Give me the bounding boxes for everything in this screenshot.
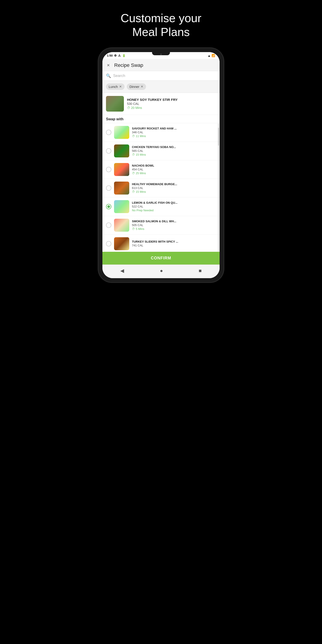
- filter-chip-lunch[interactable]: Lunch ✕: [106, 84, 124, 90]
- recipe-info-1: SAVOURY ROCKET AND HAM ... 346 CAL ⏱ 11 …: [132, 127, 216, 138]
- recipe-info-5: LEMON & GARLIC FISH ON QU... 522 CAL No …: [132, 201, 216, 212]
- search-icon: 🔍: [106, 73, 111, 78]
- recipe-info-7: TURKEY SLIDERS WITH SPICY ... 741 CAL: [132, 240, 216, 248]
- recipe-name-1: SAVOURY ROCKET AND HAM ...: [132, 127, 216, 130]
- clock-icon-3: ⏱: [132, 172, 135, 175]
- recipe-time-6: ⏱ 5 Mins: [132, 227, 216, 230]
- scrollbar-thumb[interactable]: [218, 128, 219, 146]
- list-item[interactable]: NACHOS BOWL 454 CAL ⏱ 25 Mins: [102, 160, 220, 179]
- current-recipe-time-value: 20 Mins: [131, 106, 142, 110]
- camera-dot: [160, 54, 162, 55]
- recipe-time-4: ⏱ 15 Mins: [132, 190, 216, 194]
- recipe-cal-4: 613 CAL: [132, 186, 216, 190]
- radio-button-4[interactable]: [106, 185, 111, 191]
- clock-icon-2: ⏱: [132, 153, 135, 156]
- current-recipe-calories: 530 CAL: [127, 102, 216, 106]
- current-recipe-thumbnail: [106, 96, 124, 112]
- filter-chip-dinner[interactable]: Dinner ✕: [127, 84, 146, 90]
- recipe-thumbnail-4: [114, 182, 129, 194]
- recipes-list: SAVOURY ROCKET AND HAM ... 346 CAL ⏱ 11 …: [102, 123, 220, 252]
- status-right: ▲ 📶: [208, 54, 215, 58]
- list-item[interactable]: LEMON & GARLIC FISH ON QU... 522 CAL No …: [102, 198, 220, 216]
- list-item[interactable]: SAVOURY ROCKET AND HAM ... 346 CAL ⏱ 11 …: [102, 123, 220, 142]
- recipe-time-value-1: 11 Mins: [136, 134, 146, 138]
- recipe-info-2: CHICKEN TERIYAKI SOBA NO... 565 CAL ⏱ 15…: [132, 145, 216, 156]
- radio-selected-indicator: [107, 205, 110, 208]
- recipe-thumbnail-2: [114, 144, 129, 158]
- radio-button-6[interactable]: [106, 222, 111, 228]
- recipe-time-2: ⏱ 15 Mins: [132, 153, 216, 156]
- recipe-name-4: HEALTHY HOMEMADE BURGE...: [132, 182, 216, 186]
- clock-icon: ⏱: [127, 106, 130, 110]
- home-button[interactable]: ●: [160, 268, 163, 274]
- swap-label: Swap with: [102, 115, 220, 123]
- recipe-name-3: NACHOS BOWL: [132, 164, 216, 167]
- radio-button-1[interactable]: [106, 130, 111, 135]
- wifi-icon: ▲: [208, 54, 211, 58]
- recipe-cal-1: 346 CAL: [132, 130, 216, 134]
- search-bar[interactable]: 🔍 Search: [102, 71, 220, 81]
- phone-frame: 1:50 ⚙ ⚠ 🔋 ▲ 📶 × Recipe Swap 🔍 Search: [98, 48, 224, 282]
- radio-button-3[interactable]: [106, 167, 111, 172]
- current-recipe-time: ⏱ 20 Mins: [127, 106, 216, 110]
- radio-button-5[interactable]: [106, 204, 111, 209]
- current-recipe-info: HONEY SOY TURKEY STIR FRY 530 CAL ⏱ 20 M…: [127, 98, 216, 110]
- list-item[interactable]: TURKEY SLIDERS WITH SPICY ... 741 CAL: [102, 234, 220, 252]
- clock-icon-1: ⏱: [132, 134, 135, 138]
- recipe-thumbnail-6: [114, 219, 129, 232]
- close-button[interactable]: ×: [107, 63, 110, 68]
- status-bar: 1:50 ⚙ ⚠ 🔋 ▲ 📶: [102, 52, 220, 59]
- search-input[interactable]: Search: [113, 74, 125, 78]
- header: × Recipe Swap: [102, 59, 220, 71]
- header-title: Recipe Swap: [114, 62, 143, 68]
- phone-notch: [152, 52, 170, 55]
- recipe-cal-3: 454 CAL: [132, 168, 216, 171]
- recipe-thumbnail-7: [114, 237, 129, 250]
- clock-icon-4: ⏱: [132, 190, 135, 194]
- recipe-time-value-4: 15 Mins: [136, 190, 146, 194]
- recipe-cal-5: 522 CAL: [132, 205, 216, 208]
- recipe-name-5: LEMON & GARLIC FISH ON QU...: [132, 201, 216, 204]
- recipe-time-5: No Prep Needed: [132, 209, 216, 212]
- recipe-name-7: TURKEY SLIDERS WITH SPICY ...: [132, 240, 216, 243]
- recipe-thumbnail-1: [114, 126, 129, 139]
- recipe-thumbnail-5: [114, 200, 129, 213]
- recipe-cal-7: 741 CAL: [132, 244, 216, 247]
- chip-lunch-remove[interactable]: ✕: [119, 85, 122, 88]
- filter-chips: Lunch ✕ Dinner ✕: [102, 81, 220, 93]
- chip-lunch-label: Lunch: [109, 85, 118, 88]
- chip-dinner-remove[interactable]: ✕: [141, 85, 143, 88]
- back-button[interactable]: ◀: [120, 268, 124, 274]
- recipe-name-6: SMOKED SALMON & DILL WH...: [132, 220, 216, 223]
- recipe-thumbnail-3: [114, 163, 129, 176]
- scrollbar-track: [218, 123, 219, 252]
- recipe-info-6: SMOKED SALMON & DILL WH... 505 CAL ⏱ 5 M…: [132, 220, 216, 230]
- battery-icon: 🔋: [122, 54, 126, 57]
- time-display: 1:50: [107, 54, 113, 57]
- stir-fry-image: [106, 96, 124, 112]
- recipe-info-3: NACHOS BOWL 454 CAL ⏱ 25 Mins: [132, 164, 216, 175]
- recipe-time-value-2: 15 Mins: [136, 153, 146, 156]
- recipe-info-4: HEALTHY HOMEMADE BURGE... 613 CAL ⏱ 15 M…: [132, 182, 216, 194]
- status-left: 1:50 ⚙ ⚠ 🔋: [107, 54, 126, 57]
- phone-inner: 1:50 ⚙ ⚠ 🔋 ▲ 📶 × Recipe Swap 🔍 Search: [102, 52, 220, 278]
- recipe-cal-6: 505 CAL: [132, 224, 216, 227]
- recent-button[interactable]: ■: [199, 268, 202, 274]
- recipe-cal-2: 565 CAL: [132, 149, 216, 152]
- chip-dinner-label: Dinner: [130, 85, 139, 88]
- current-recipe: HONEY SOY TURKEY STIR FRY 530 CAL ⏱ 20 M…: [102, 93, 220, 115]
- list-item[interactable]: SMOKED SALMON & DILL WH... 505 CAL ⏱ 5 M…: [102, 216, 220, 234]
- radio-button-2[interactable]: [106, 148, 111, 154]
- list-item[interactable]: HEALTHY HOMEMADE BURGE... 613 CAL ⏱ 15 M…: [102, 179, 220, 198]
- recipes-list-container: SAVOURY ROCKET AND HAM ... 346 CAL ⏱ 11 …: [102, 123, 220, 252]
- current-recipe-name: HONEY SOY TURKEY STIR FRY: [127, 98, 216, 102]
- clock-icon-6: ⏱: [132, 227, 135, 230]
- radio-button-7[interactable]: [106, 241, 111, 246]
- confirm-button[interactable]: CONFIRM: [102, 252, 220, 264]
- recipe-time-3: ⏱ 25 Mins: [132, 172, 216, 175]
- list-item[interactable]: CHICKEN TERIYAKI SOBA NO... 565 CAL ⏱ 15…: [102, 142, 220, 160]
- signal-icon: 📶: [212, 54, 215, 57]
- nav-bar: ◀ ● ■: [102, 264, 220, 278]
- recipe-time-value-5: No Prep Needed: [132, 209, 154, 212]
- recipe-time-value-6: 5 Mins: [136, 227, 144, 230]
